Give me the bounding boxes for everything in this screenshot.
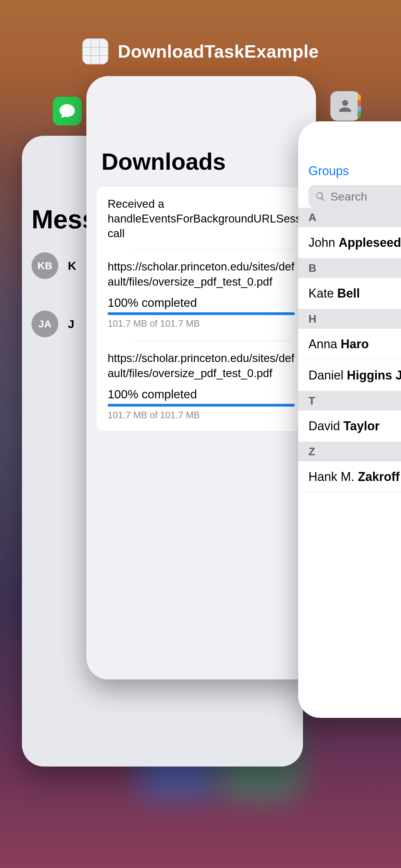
message-name: K [68, 259, 76, 273]
contact-row[interactable]: Daniel Higgins Jr. [298, 360, 401, 391]
contact-last-name: Zakroff [358, 470, 400, 484]
download-item[interactable]: https://scholar.princeton.edu/sites/defa… [108, 258, 295, 333]
download-percent: 100% completed [108, 296, 295, 310]
contact-first-name: Kate [308, 286, 337, 300]
contact-first-name: Daniel [308, 368, 347, 382]
contacts-section-header: Z [298, 442, 401, 461]
download-progress-bar [108, 312, 295, 315]
separator [135, 249, 295, 250]
app-switcher-title: DownloadTaskExample [118, 41, 319, 62]
search-icon [315, 191, 326, 202]
download-note: Received a handleEventsForBackgroundURLS… [108, 197, 295, 241]
message-row[interactable]: KB K [32, 252, 76, 279]
message-name: J [68, 317, 74, 331]
downloads-panel: Received a handleEventsForBackgroundURLS… [97, 187, 306, 431]
contact-row[interactable]: Kate Bell [298, 278, 401, 309]
download-size: 101.7 MB of 101.7 MB [108, 410, 295, 421]
contact-first-name: John [308, 236, 339, 250]
download-url: https://scholar.princeton.edu/sites/defa… [108, 351, 295, 381]
app-card-contacts[interactable]: Groups AJohn AppleseedBKate BellHAnna Ha… [298, 121, 401, 718]
app-icon-placeholder [82, 38, 108, 64]
avatar: KB [32, 252, 58, 279]
contact-first-name: David [308, 419, 343, 433]
contact-last-name: Appleseed [339, 236, 401, 250]
downloads-title: Downloads [86, 76, 316, 175]
contacts-section-header: A [298, 208, 401, 227]
contact-row[interactable]: David Taylor [298, 411, 401, 442]
contact-row[interactable]: Hank M. Zakroff [298, 461, 401, 493]
download-size: 101.7 MB of 101.7 MB [108, 318, 295, 329]
contact-row[interactable]: Anna Haro [298, 329, 401, 360]
contact-last-name: Bell [337, 286, 360, 300]
contacts-groups-button[interactable]: Groups [308, 164, 401, 178]
contacts-list: AJohn AppleseedBKate BellHAnna HaroDanie… [298, 208, 401, 493]
contacts-section-header: T [298, 391, 401, 411]
messages-app-icon [53, 97, 82, 125]
avatar: JA [32, 311, 58, 337]
contacts-search[interactable] [308, 185, 401, 208]
message-row[interactable]: JA J [32, 311, 74, 337]
contacts-section-header: B [298, 258, 401, 278]
contact-last-name: Haro [341, 337, 369, 351]
contact-first-name: Hank M. [308, 470, 358, 484]
app-card-downloads[interactable]: Downloads Received a handleEventsForBack… [86, 76, 316, 679]
contact-first-name: Anna [308, 337, 341, 351]
separator [135, 341, 295, 341]
download-item[interactable]: https://scholar.princeton.edu/sites/defa… [108, 349, 295, 424]
app-switcher-header: DownloadTaskExample [0, 38, 401, 64]
contact-last-name: Taylor [343, 419, 379, 433]
contact-last-name: Higgins Jr. [347, 368, 401, 382]
contacts-app-icon [330, 91, 360, 121]
download-progress-bar [108, 404, 295, 407]
download-url: https://scholar.princeton.edu/sites/defa… [108, 259, 295, 290]
contacts-section-header: H [298, 309, 401, 329]
download-percent: 100% completed [108, 387, 295, 401]
search-input[interactable] [330, 190, 401, 203]
contact-row[interactable]: John Appleseed [298, 227, 401, 258]
